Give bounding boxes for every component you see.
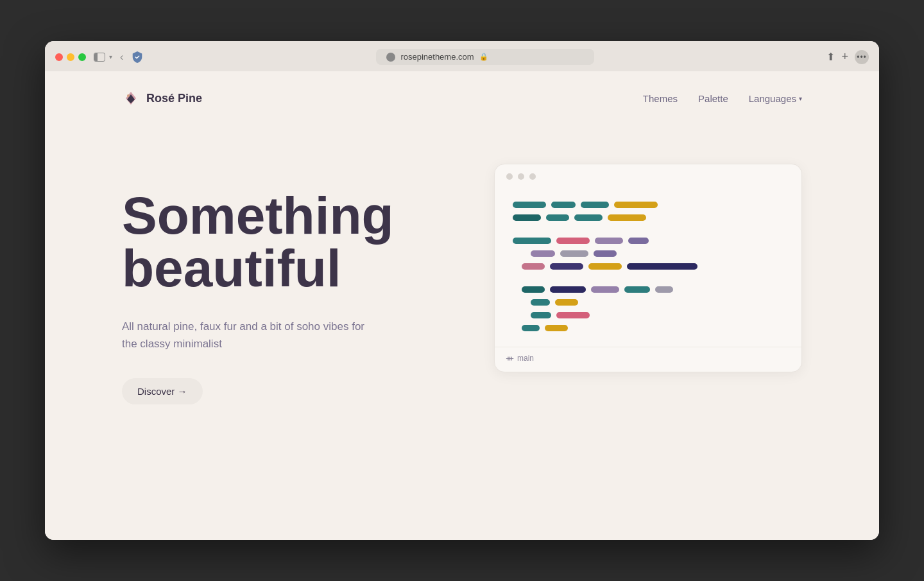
lock-icon: 🔒 — [479, 53, 488, 61]
minimize-button[interactable] — [67, 53, 74, 61]
main-nav: Rosé Pine Themes Palette Languages ▾ — [45, 71, 879, 125]
code-bar — [550, 286, 586, 293]
code-line-6 — [513, 286, 783, 293]
window-dot-2 — [518, 173, 524, 180]
code-bar — [513, 202, 546, 208]
code-bar — [581, 202, 609, 208]
discover-button[interactable]: Discover → — [122, 378, 203, 404]
logo[interactable]: Rosé Pine — [122, 89, 202, 107]
code-bar — [574, 214, 603, 221]
hero-left: Something beautiful All natural pine, fa… — [122, 164, 443, 404]
code-bar — [655, 286, 673, 293]
address-bar: rosepinetheme.com 🔒 — [151, 49, 819, 65]
code-bar — [595, 238, 623, 244]
code-line-5 — [513, 263, 783, 270]
hero-section: Something beautiful All natural pine, fa… — [45, 125, 879, 456]
shield-icon — [131, 51, 144, 64]
code-line-2 — [513, 214, 783, 221]
code-bar — [624, 286, 650, 293]
code-bar — [531, 312, 551, 318]
window-dot-1 — [506, 173, 513, 180]
code-line-3 — [513, 238, 783, 244]
nav-link-languages[interactable]: Languages ▾ — [749, 93, 802, 104]
code-preview-card: ᚒ main — [494, 164, 802, 372]
code-bar — [545, 325, 568, 331]
logo-text: Rosé Pine — [146, 92, 202, 105]
back-button[interactable]: ‹ — [120, 51, 123, 63]
code-footer: ᚒ main — [495, 347, 801, 372]
code-bar — [522, 286, 545, 293]
code-bar — [522, 325, 540, 331]
code-bar — [588, 263, 622, 270]
maximize-button[interactable] — [78, 53, 86, 61]
logo-icon — [122, 89, 140, 107]
browser-window: ▾ ‹ rosepinetheme.com 🔒 ⬆ + — [45, 41, 879, 540]
code-line-1 — [513, 202, 783, 208]
branch-name: main — [517, 354, 534, 363]
browser-chrome: ▾ ‹ rosepinetheme.com 🔒 ⬆ + — [45, 41, 879, 71]
code-line-7 — [513, 299, 783, 306]
code-spacer — [513, 276, 783, 280]
code-bar — [628, 238, 649, 244]
window-dot-3 — [529, 173, 536, 180]
code-card-header — [495, 164, 801, 189]
code-bar — [614, 202, 658, 208]
code-bar — [513, 238, 551, 244]
code-bar — [591, 286, 619, 293]
svg-point-0 — [127, 94, 130, 97]
sidebar-toggle-button[interactable] — [94, 53, 105, 62]
code-bar — [531, 250, 555, 257]
browser-toolbar: ▾ ‹ rosepinetheme.com 🔒 ⬆ + — [55, 49, 869, 71]
browser-controls: ▾ — [94, 53, 112, 62]
site-icon — [386, 53, 395, 62]
share-icon[interactable]: ⬆ — [826, 51, 835, 63]
code-line-9 — [513, 325, 783, 331]
code-bar — [555, 299, 578, 306]
git-icon: ᚒ — [506, 354, 513, 363]
code-spacer — [513, 227, 783, 231]
close-button[interactable] — [55, 53, 63, 61]
new-tab-icon[interactable]: + — [841, 50, 848, 64]
chevron-down-icon: ▾ — [109, 53, 112, 60]
browser-actions: ⬆ + ••• — [826, 50, 869, 64]
code-bar — [608, 214, 646, 221]
code-bar — [560, 250, 588, 257]
chevron-down-icon: ▾ — [799, 95, 802, 102]
more-options-button[interactable]: ••• — [855, 50, 869, 64]
code-bar — [627, 263, 697, 270]
code-bar — [550, 263, 583, 270]
code-bar — [546, 214, 569, 221]
code-bar — [531, 299, 550, 306]
code-bar — [513, 214, 541, 221]
code-line-8 — [513, 312, 783, 318]
nav-link-themes[interactable]: Themes — [643, 93, 678, 104]
code-bar — [522, 263, 545, 270]
nav-links: Themes Palette Languages ▾ — [643, 93, 802, 104]
url-text: rosepinetheme.com — [400, 52, 474, 62]
hero-subtitle: All natural pine, faux fur and a bit of … — [122, 318, 366, 352]
page-content: Rosé Pine Themes Palette Languages ▾ Som… — [45, 71, 879, 540]
nav-link-palette[interactable]: Palette — [698, 93, 728, 104]
traffic-lights — [55, 53, 86, 61]
hero-title: Something beautiful — [122, 189, 443, 295]
code-bar — [594, 250, 617, 257]
code-bar — [556, 312, 590, 318]
address-bar-input[interactable]: rosepinetheme.com 🔒 — [376, 49, 594, 65]
code-bar — [556, 238, 590, 244]
code-bar — [551, 202, 576, 208]
code-lines — [495, 189, 801, 347]
code-line-4 — [513, 250, 783, 257]
